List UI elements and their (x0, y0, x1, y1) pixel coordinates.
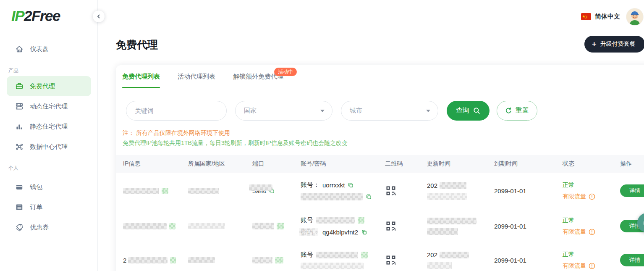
detail-button[interactable]: 详情 (620, 184, 644, 197)
detail-button[interactable]: 详情 (620, 254, 644, 266)
redacted-copy-icon (169, 223, 175, 229)
col-expire-time: 到期时间 (494, 160, 563, 168)
cell-country (188, 257, 252, 263)
warning-info-icon[interactable] (589, 263, 595, 269)
wallet-icon (15, 183, 24, 191)
warning-info-icon[interactable] (589, 229, 595, 235)
table-row: 2 账号 202 2099-01-01 正常 有限流量 详情 (116, 243, 644, 271)
qrcode-icon[interactable] (385, 254, 397, 266)
note-line-2: 免费代理IP池每轮共用1TB流量，每日3轮刷新，刷新时IP信息及账号密码也会随之… (123, 138, 644, 148)
tab-free-proxy-list[interactable]: 免费代理列表 (122, 65, 160, 88)
cell-ip-info (123, 188, 188, 194)
status-limited-label: 有限流量 (563, 193, 586, 200)
expire-date: 2099-01-01 (494, 223, 526, 230)
status-limited-label: 有限流量 (563, 228, 586, 236)
table-header-row: IP信息 所属国家/地区 端口 账号/密码 二维码 更新时间 到期时间 状态 操… (116, 155, 644, 173)
cell-expire-time: 2099-01-01 (494, 223, 563, 230)
headset-icon (642, 218, 644, 227)
sidebar-item-wallet[interactable]: 钱包 (7, 177, 91, 197)
warning-info-icon[interactable] (589, 193, 595, 200)
sidebar-item-dashboard[interactable]: 仪表盘 (7, 39, 91, 59)
cell-account-password: 账号：uorrxxkt (301, 181, 385, 200)
status-normal: 正常 (563, 251, 574, 258)
city-select[interactable]: 城市 (341, 101, 438, 121)
sidebar-item-orders[interactable]: 订单 (7, 197, 91, 217)
home-icon (15, 45, 24, 53)
network-nodes-icon (15, 142, 24, 151)
country-select[interactable]: 国家 (235, 101, 332, 121)
sidebar-item-coupons[interactable]: 优惠券 (7, 217, 91, 237)
redacted-password (301, 193, 363, 200)
toolbox-icon (15, 82, 24, 90)
keyword-input[interactable] (126, 101, 227, 121)
cell-country (188, 188, 252, 194)
free-proxy-card: 免费代理列表 活动代理列表 解锁额外免费代理 活动中 国家 城市 查询 重置 (116, 65, 644, 271)
sidebar-item-free-proxy[interactable]: 免费代理 (7, 76, 91, 96)
bar-chart-icon (15, 122, 24, 131)
chevron-left-icon (96, 14, 101, 19)
sidebar-collapse-button[interactable] (93, 11, 105, 22)
active-event-badge: 活动中 (274, 68, 297, 76)
cell-port (252, 257, 301, 263)
redacted-port (252, 257, 272, 263)
cell-qrcode (385, 220, 427, 232)
copy-icon[interactable] (348, 182, 354, 188)
col-account-password: 账号/密码 (301, 160, 385, 168)
expire-date: 2099-01-01 (494, 257, 526, 264)
table-row: 账号 密码：qg4kblpvfnt2 2099-01-01 正常 有限流量 详情 (116, 209, 644, 243)
table-row: 5984 账号：uorrxxkt 202 2099-01-01 正常 有限流量 … (116, 173, 644, 209)
ip-visible: 2 (123, 257, 126, 264)
search-button-label: 查询 (456, 106, 469, 115)
status-limited: 有限流量 (563, 228, 595, 236)
sidebar-item-dynamic-residential[interactable]: 动态住宅代理 (7, 96, 91, 116)
account-label: 账号 (301, 216, 313, 224)
redacted-password (301, 263, 364, 269)
sidebar-item-label: 数据中心代理 (30, 143, 68, 151)
redacted-copy-icon (358, 217, 364, 224)
usage-notes: 注： 所有产品仅限在境外网络环境下使用 免费代理IP池每轮共用1TB流量，每日3… (116, 121, 644, 148)
sidebar-menu: 仪表盘 产品 免费代理 动态住宅代理 静态住宅代理 数据中心代理 (7, 39, 91, 237)
tab-label: 免费代理列表 (122, 73, 160, 81)
sidebar-item-datacenter[interactable]: 数据中心代理 (7, 137, 91, 157)
redacted-update-time (427, 218, 476, 224)
update-time-visible: 202 (427, 182, 437, 189)
language-switcher[interactable]: ★★★★★ 简体中文 (581, 13, 620, 21)
redacted-update-time (427, 193, 467, 200)
tab-event-proxy-list[interactable]: 活动代理列表 (178, 65, 215, 88)
cell-update-time: 202 (427, 182, 494, 200)
upgrade-button-label: 升级付费套餐 (600, 40, 636, 48)
redacted-update-time (440, 252, 469, 258)
tab-label: 活动代理列表 (178, 73, 215, 81)
brand-logo[interactable]: IP2Free (11, 8, 60, 24)
reset-button[interactable]: 重置 (497, 101, 537, 121)
copy-icon[interactable] (361, 229, 367, 235)
redacted-copy-icon (162, 188, 168, 194)
cell-status: 正常 有限流量 (563, 251, 620, 270)
tab-unlock-extra-free-proxy[interactable]: 解锁额外免费代理 活动中 (233, 65, 283, 88)
redacted-update-time (427, 228, 458, 235)
redacted-label-overlay (299, 228, 318, 236)
plus-icon: + (592, 40, 597, 48)
qrcode-icon[interactable] (385, 185, 397, 197)
filter-bar: 国家 城市 查询 重置 (116, 88, 644, 121)
redacted-copy-icon (275, 257, 283, 263)
expire-date: 2099-01-01 (494, 187, 526, 195)
cell-port (252, 223, 301, 229)
qrcode-icon[interactable] (385, 220, 397, 232)
server-icon (15, 102, 24, 111)
cell-qrcode (385, 185, 427, 197)
redacted-country (188, 223, 225, 229)
cell-country (188, 223, 252, 229)
user-avatar[interactable] (626, 8, 643, 25)
china-flag-icon: ★★★★★ (581, 13, 591, 20)
upgrade-plan-button[interactable]: + 升级付费套餐 (584, 36, 644, 53)
sidebar-item-label: 订单 (30, 203, 42, 211)
cell-expire-time: 2099-01-01 (494, 187, 563, 195)
col-ip-info: IP信息 (123, 160, 188, 168)
copy-icon[interactable] (366, 194, 372, 200)
search-icon (473, 107, 480, 114)
country-select-value: 国家 (244, 107, 257, 115)
sidebar-item-static-residential[interactable]: 静态住宅代理 (7, 116, 91, 137)
search-button[interactable]: 查询 (447, 101, 490, 121)
redacted-country (188, 188, 219, 194)
